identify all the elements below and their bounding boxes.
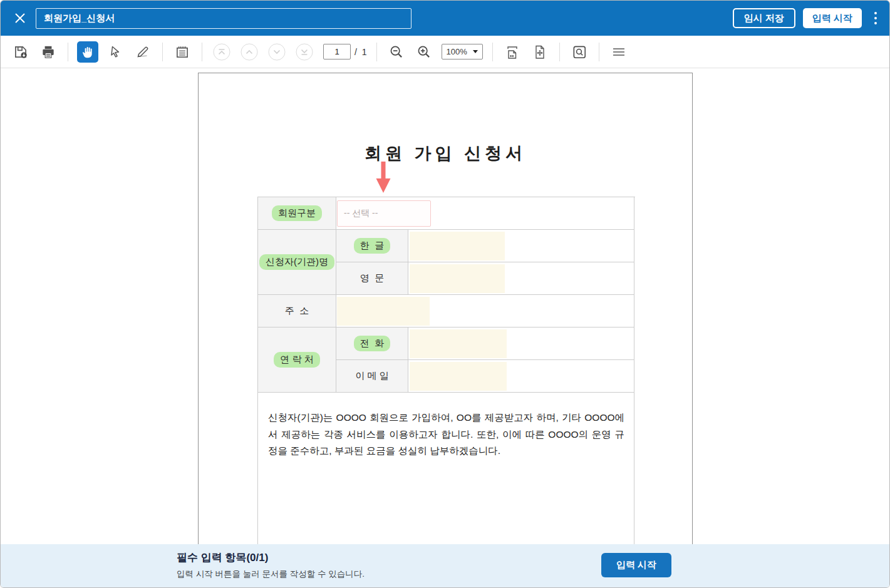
close-button[interactable] <box>11 9 29 28</box>
start-input-button-bottom[interactable]: 입력 시작 <box>601 553 671 577</box>
cursor-icon <box>108 44 123 59</box>
chevron-down-icon <box>473 50 478 53</box>
email-label: 이 메 일 <box>355 370 388 382</box>
memo-icon <box>174 44 190 60</box>
document-viewport[interactable]: 회원 가입 신청서 회원구분 -- 선택 -- 신청자(기관)명 <box>1 68 889 587</box>
top-bar: 임시 저장 입력 시작 <box>1 1 889 36</box>
korean-name-field[interactable] <box>410 232 505 260</box>
document-heading: 회원 가입 신청서 <box>199 142 692 165</box>
toolbar-divider <box>162 43 163 61</box>
document-page: 회원 가입 신청서 회원구분 -- 선택 -- 신청자(기관)명 <box>198 73 693 587</box>
required-fields-count: 필수 입력 항목(0/1) <box>177 550 365 565</box>
toolbar: / 1 100% <box>1 36 889 68</box>
required-fields-hint: 입력 시작 버튼을 눌러 문서를 작성할 수 있습니다. <box>177 569 365 580</box>
member-type-value-cell: -- 선택 -- <box>336 197 634 230</box>
chevron-up-icon <box>240 43 259 61</box>
prev-page-button[interactable] <box>239 41 260 63</box>
temp-save-button[interactable]: 임시 저장 <box>733 8 795 28</box>
close-icon <box>13 11 27 25</box>
save-button[interactable] <box>10 41 31 63</box>
pen-icon <box>135 44 150 59</box>
zoom-out-icon <box>388 44 405 60</box>
zoom-level-value: 100% <box>447 47 467 56</box>
document-editor-window: 임시 저장 입력 시작 <box>0 0 890 588</box>
korean-label-cell: 한 글 <box>336 230 408 262</box>
member-type-label-cell: 회원구분 <box>258 197 336 230</box>
first-page-icon <box>212 43 231 61</box>
toolbar-divider <box>376 43 377 61</box>
email-label-cell: 이 메 일 <box>336 360 408 393</box>
applicant-name-label: 신청자(기관)명 <box>259 254 334 270</box>
email-field[interactable] <box>410 362 507 391</box>
english-name-label: 영 문 <box>360 272 384 284</box>
menu-button[interactable] <box>608 41 629 63</box>
hand-icon <box>81 45 95 59</box>
toolbar-divider <box>68 43 68 61</box>
toolbar-divider <box>599 43 599 61</box>
first-page-button[interactable] <box>211 41 232 63</box>
pointer-arrow-icon <box>374 161 393 193</box>
contact-label: 연 락 처 <box>274 352 319 368</box>
zoom-level-select[interactable]: 100% <box>442 44 483 59</box>
member-type-label: 회원구분 <box>272 205 322 221</box>
search-icon <box>571 44 587 60</box>
toolbar-divider <box>202 43 202 61</box>
contact-label-cell: 연 락 처 <box>258 328 336 393</box>
toolbar-divider <box>559 43 560 61</box>
korean-name-label: 한 글 <box>354 238 390 254</box>
hand-tool-button[interactable] <box>77 41 98 63</box>
page-total-label: / 1 <box>354 47 368 57</box>
hamburger-icon <box>611 44 626 59</box>
kebab-icon <box>874 12 877 24</box>
fit-page-button[interactable] <box>529 41 551 63</box>
fit-width-icon <box>504 44 520 60</box>
english-value-cell <box>408 262 634 295</box>
chevron-down-icon <box>267 43 286 61</box>
bottom-status-bar: 필수 입력 항목(0/1) 입력 시작 버튼을 눌러 문서를 작성할 수 있습니… <box>1 544 889 587</box>
document-title-input[interactable] <box>36 8 411 29</box>
address-label: 주 소 <box>285 305 309 317</box>
phone-field[interactable] <box>410 329 507 358</box>
phone-label-cell: 전 화 <box>336 328 408 360</box>
zoom-in-button[interactable] <box>413 41 435 63</box>
address-field[interactable] <box>337 297 430 326</box>
annotate-tool-button[interactable] <box>132 41 153 63</box>
application-form-table: 회원구분 -- 선택 -- 신청자(기관)명 한 글 영 문 <box>257 197 635 587</box>
agreement-text: 신청자(기관)는 OOOO 회원으로 가입하여, OO를 제공받고자 하며, 기… <box>258 393 634 472</box>
last-page-icon <box>295 43 314 61</box>
next-page-button[interactable] <box>266 41 287 63</box>
member-type-select[interactable]: -- 선택 -- <box>337 200 431 227</box>
email-value-cell <box>408 360 634 393</box>
memo-tool-button[interactable] <box>172 41 193 63</box>
page-number-input[interactable] <box>323 44 351 59</box>
zoom-in-icon <box>416 44 432 60</box>
search-button[interactable] <box>569 41 590 63</box>
toolbar-divider <box>492 43 493 61</box>
print-icon <box>40 44 56 60</box>
english-name-field[interactable] <box>410 264 505 293</box>
last-page-button[interactable] <box>294 41 315 63</box>
english-label-cell: 영 문 <box>336 262 408 295</box>
address-label-cell: 주 소 <box>258 295 336 328</box>
save-download-icon <box>13 44 29 60</box>
address-value-cell <box>336 295 634 328</box>
more-options-button[interactable] <box>872 9 879 27</box>
korean-value-cell <box>408 230 634 262</box>
start-input-button-top[interactable]: 입력 시작 <box>803 8 862 28</box>
print-button[interactable] <box>38 41 59 63</box>
fit-page-icon <box>532 44 548 60</box>
zoom-out-button[interactable] <box>386 41 407 63</box>
fit-width-button[interactable] <box>502 41 523 63</box>
phone-value-cell <box>408 328 634 360</box>
phone-label: 전 화 <box>354 336 390 351</box>
applicant-label-cell: 신청자(기관)명 <box>258 230 336 295</box>
required-fields-info: 필수 입력 항목(0/1) 입력 시작 버튼을 눌러 문서를 작성할 수 있습니… <box>177 550 365 580</box>
select-tool-button[interactable] <box>105 41 126 63</box>
